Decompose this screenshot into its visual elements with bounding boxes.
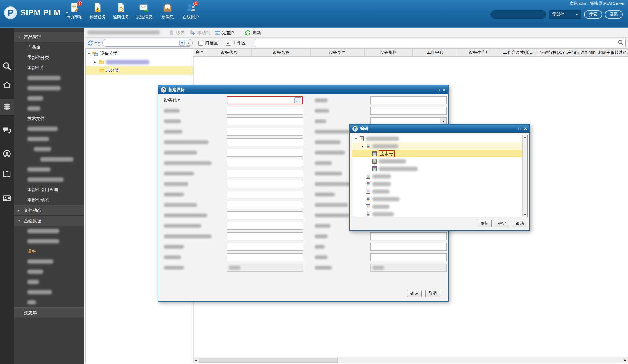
code-tree-node-redacted[interactable] [352,203,527,210]
sidebar-item-redacted[interactable] [14,144,84,154]
field-input[interactable] [370,253,447,261]
sidebar-item-设备[interactable]: 设备 [14,246,84,257]
move-down-button[interactable]: ▼ [179,40,185,46]
sidebar-item-技术文件[interactable]: 技术文件 [14,114,84,124]
sidebar-item-零部件库[interactable]: 零部件库 [14,63,84,73]
field-input[interactable] [227,138,303,146]
horizontal-scrollbar[interactable]: ◀ ▶ [193,357,628,363]
column-header-三坐标行程(X,Y...[interactable]: 三坐标行程(X,Y... [536,49,568,56]
sidebar-item-redacted[interactable] [14,175,84,185]
scrollbar-thumb[interactable] [199,358,338,363]
sidebar-group-产品管理[interactable]: ▼产品管理 [14,32,84,42]
field-input[interactable] [227,211,303,219]
field-input[interactable] [227,117,303,125]
sidebar-item-redacted[interactable] [14,297,84,307]
cancel-button[interactable]: 取消 [425,290,440,297]
chevron-down-icon[interactable]: ▼ [354,137,358,140]
sidebar-item-redacted[interactable] [14,134,84,144]
tree-root-device-category[interactable]: ▼设备分类 [86,49,193,58]
global-search-input[interactable] [490,10,546,19]
device-code-input[interactable]: … [227,96,303,104]
field-input[interactable] [227,128,303,136]
refresh-button[interactable]: 刷新 [477,220,492,227]
dialog-titlebar[interactable]: P 编码 □ ✕ [350,125,529,133]
column-header-设备规格[interactable]: 设备规格 [365,49,413,56]
column-header-设备生产厂[interactable]: 设备生产厂 [458,49,501,56]
column-header-设备代号[interactable]: 设备代号 [206,49,252,56]
code-tree-node-redacted[interactable] [352,173,527,180]
code-tree-node-redacted[interactable]: ▼ [352,135,527,142]
app-logo[interactable]: P SIPM PLM ▼ [4,6,69,19]
sidebar-item-产品库[interactable]: 产品库 [14,42,84,53]
scroll-up-arrow[interactable]: ▲ [524,136,527,139]
header-tool-alert-task[interactable]: 预警任务 [87,2,109,20]
code-tree-node-流水号[interactable]: 流水号 [352,150,527,157]
cancel-button[interactable]: 取消 [513,220,527,227]
toolbar-button-定型区[interactable]: 定型区 [215,30,235,35]
toolbar-button-刷新[interactable]: 刷新 [245,30,261,36]
maximize-icon[interactable]: □ [437,88,439,92]
column-header-设备名称[interactable]: 设备名称 [252,49,311,56]
maximize-icon[interactable]: □ [518,127,521,131]
code-tree-node-redacted[interactable] [352,195,527,203]
tree-node-redacted[interactable]: ▶ [86,58,193,66]
code-tree-node-redacted[interactable] [352,157,527,165]
header-tool-overdue-task[interactable]: 逾期任务 [110,2,132,20]
close-icon[interactable]: ✕ [442,88,446,92]
field-input[interactable] [227,159,303,167]
code-tree-node-redacted[interactable] [352,210,527,217]
sidebar-item-redacted[interactable] [14,267,84,277]
advanced-search-button[interactable]: 高级 [605,10,623,19]
dialog-titlebar[interactable]: P 新建设备 □ ✕ [158,85,448,94]
rail-chat-icon[interactable] [0,122,14,138]
header-tool-online-users[interactable]: 2在线用户 [180,2,202,20]
sidebar-item-redacted[interactable] [14,154,84,164]
sidebar-item-redacted[interactable] [14,257,84,267]
field-input[interactable] [370,232,447,240]
sidebar-item-redacted[interactable] [14,83,84,93]
org-tree-icon[interactable] [95,40,100,47]
sidebar-item-redacted[interactable] [14,236,84,246]
code-tree-node-redacted[interactable] [352,165,527,173]
sidebar-item-redacted[interactable] [14,103,84,114]
column-header-设备型号[interactable]: 设备型号 [311,49,364,56]
search-icon[interactable] [618,40,624,46]
header-tool-new-message[interactable]: 新消息 [156,2,179,20]
search-category-select[interactable]: 零部件 ▼ [549,10,581,19]
scroll-left-arrow[interactable]: ◀ [194,357,199,363]
sidebar-item-redacted[interactable] [14,164,84,175]
field-input[interactable] [227,180,303,188]
move-up-button[interactable]: ▲ [186,40,191,46]
sidebar-item-redacted[interactable] [14,73,84,83]
field-input[interactable] [227,191,303,198]
code-tree-node-redacted[interactable] [352,180,527,188]
browse-button[interactable]: … [294,97,301,103]
unchecked-checkbox[interactable] [198,41,203,46]
code-tree-node-redacted[interactable] [352,188,527,195]
sidebar-item-redacted[interactable] [14,226,84,236]
table-search-input[interactable] [255,39,626,47]
chevron-right-icon[interactable]: ▶ [93,60,97,64]
sidebar-item-redacted[interactable] [14,124,84,134]
checkbox-归档区[interactable]: 归档区 [198,40,218,46]
tree-node-未分类[interactable]: 未分类 [86,66,193,75]
field-input[interactable] [227,243,303,251]
field-input[interactable] [227,253,303,261]
column-header-工作中心[interactable]: 工作中心 [413,49,458,56]
field-input[interactable] [227,201,303,209]
code-tree-node-redacted[interactable]: ▼ [352,142,527,150]
refresh-icon[interactable] [88,40,93,47]
rail-database-icon[interactable] [0,99,14,115]
sidebar-item-redacted[interactable] [14,277,84,287]
field-input[interactable] [227,222,303,230]
header-tool-todo-list[interactable]: 3待办事项 [63,2,85,20]
chevron-down-icon[interactable]: ▼ [87,52,91,55]
chevron-down-icon[interactable]: ▼ [361,145,364,148]
sidebar-item-零部件动态[interactable]: 零部件动态 [14,195,84,205]
field-input[interactable] [227,107,303,115]
field-input[interactable] [227,232,303,240]
field-input[interactable] [227,170,303,177]
ok-button[interactable]: 确定 [495,220,509,227]
sidebar-group-文档动态[interactable]: ▶文档动态 [14,205,84,216]
header-tool-send-message[interactable]: 发送消息 [133,2,155,20]
